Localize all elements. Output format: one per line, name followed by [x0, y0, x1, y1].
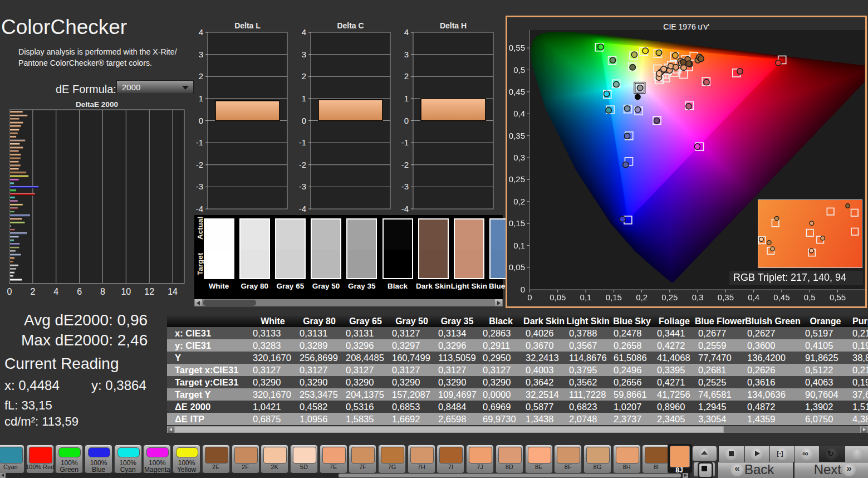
svg-text:0,35: 0,35: [509, 131, 525, 140]
svg-text:4: 4: [199, 27, 203, 37]
svg-text:0: 0: [404, 116, 409, 125]
svg-text:0,35: 0,35: [718, 292, 734, 302]
svg-text:0: 0: [527, 292, 532, 302]
svg-text:-1: -1: [196, 138, 203, 147]
svg-text:0,55: 0,55: [509, 43, 525, 52]
svg-text:2: 2: [30, 287, 35, 296]
svg-text:0: 0: [521, 285, 525, 294]
svg-text:8: 8: [100, 287, 105, 296]
svg-text:10: 10: [121, 287, 131, 296]
svg-text:4: 4: [53, 287, 58, 296]
svg-text:0,3: 0,3: [692, 292, 704, 302]
svg-text:-2: -2: [196, 160, 203, 169]
svg-text:6: 6: [77, 287, 82, 296]
svg-text:0,25: 0,25: [509, 174, 525, 184]
svg-text:12: 12: [144, 287, 154, 296]
svg-text:2: 2: [199, 71, 203, 81]
svg-text:-3: -3: [299, 182, 306, 191]
svg-text:1: 1: [302, 94, 306, 103]
svg-text:3: 3: [302, 50, 306, 59]
svg-text:0,05: 0,05: [509, 262, 525, 272]
svg-text:0,5: 0,5: [804, 292, 816, 302]
svg-text:2: 2: [404, 71, 409, 81]
svg-text:0: 0: [302, 116, 306, 125]
svg-text:0: 0: [199, 116, 203, 125]
svg-text:2: 2: [302, 71, 306, 81]
svg-text:0,4: 0,4: [748, 292, 759, 302]
svg-text:0,45: 0,45: [509, 87, 525, 96]
svg-text:-1: -1: [299, 138, 306, 147]
svg-text:Delta C: Delta C: [337, 21, 364, 30]
svg-text:14: 14: [168, 287, 178, 296]
svg-text:-3: -3: [401, 182, 409, 191]
svg-text:0,25: 0,25: [661, 292, 678, 302]
svg-text:0,15: 0,15: [509, 218, 525, 228]
svg-text:3: 3: [199, 50, 203, 59]
svg-text:-3: -3: [196, 182, 203, 191]
svg-text:4: 4: [302, 27, 306, 37]
svg-text:4: 4: [404, 27, 409, 37]
svg-text:0,1: 0,1: [513, 241, 525, 250]
svg-text:-4: -4: [299, 204, 306, 213]
svg-text:Delta H: Delta H: [440, 21, 467, 30]
svg-text:0: 0: [7, 287, 12, 296]
svg-text:0,1: 0,1: [580, 292, 592, 302]
svg-text:0,45: 0,45: [773, 292, 789, 302]
svg-text:0,2: 0,2: [636, 292, 648, 302]
svg-text:-2: -2: [299, 160, 306, 169]
svg-text:1: 1: [404, 94, 409, 103]
svg-text:1: 1: [199, 94, 203, 103]
svg-text:-4: -4: [196, 204, 203, 213]
svg-text:Delta L: Delta L: [234, 21, 261, 30]
svg-text:0,55: 0,55: [830, 292, 846, 302]
svg-text:-1: -1: [401, 138, 409, 147]
svg-text:0,05: 0,05: [550, 292, 566, 302]
svg-text:0,3: 0,3: [513, 153, 525, 162]
svg-text:0,15: 0,15: [606, 292, 622, 302]
svg-text:0,2: 0,2: [513, 197, 525, 206]
svg-text:-2: -2: [401, 160, 409, 169]
svg-text:0,5: 0,5: [513, 65, 525, 75]
svg-text:3: 3: [404, 50, 409, 59]
svg-text:-4: -4: [401, 204, 409, 213]
svg-text:0,4: 0,4: [513, 109, 525, 118]
